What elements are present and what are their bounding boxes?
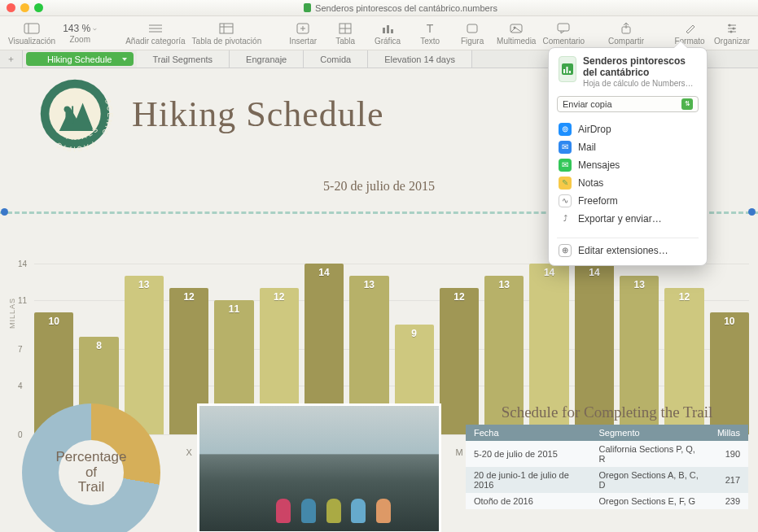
sheet-tab[interactable]: Comida	[304, 50, 368, 68]
svg-point-28	[730, 30, 733, 33]
sheet-tab[interactable]: Elevation 14 days	[368, 50, 472, 68]
svg-point-27	[733, 27, 735, 29]
y-axis-label: MILLAS	[8, 298, 16, 329]
pie-chart[interactable]: Percentage of Trail	[10, 403, 173, 532]
table-cell: California Sections P, Q, R	[591, 441, 709, 467]
edit-extensions-item[interactable]: ⊕ Editar extensiones…	[549, 242, 707, 265]
lower-row: Percentage of Trail Schedule for Complet…	[10, 403, 748, 532]
share-target-item[interactable]: ✉Mensajes	[549, 156, 707, 174]
share-label: Compartir	[608, 37, 644, 46]
numbers-doc-icon	[304, 3, 311, 12]
table-row[interactable]: Otoño de 2016Oregon Sections E, F, G239	[466, 493, 748, 509]
svg-rect-20	[558, 24, 569, 31]
selection-handle-left[interactable]	[1, 208, 8, 216]
add-category-button[interactable]: Añadir categoría	[125, 21, 185, 46]
popover-doc-title: Senderos pintorescos del cantábrico	[583, 56, 697, 79]
table-label: Tabla	[335, 37, 355, 46]
bar-value: 14	[575, 267, 614, 278]
table-header[interactable]: Millas	[709, 425, 748, 441]
share-target-item[interactable]: ∿Freeform	[549, 192, 707, 210]
share-target-item[interactable]: ✎Notas	[549, 174, 707, 192]
table-cell: 5-20 de julio de 2015	[466, 441, 591, 467]
sheet-tab[interactable]: Hiking Schedule	[26, 52, 134, 66]
close-window-button[interactable]	[7, 3, 15, 12]
bar-value: 12	[664, 291, 703, 303]
svg-rect-39	[569, 71, 571, 73]
table-header[interactable]: Segmento	[591, 425, 709, 441]
y-tick: 14	[18, 259, 27, 268]
share-icon	[620, 21, 633, 36]
svg-point-26	[729, 24, 731, 26]
media-icon	[510, 21, 523, 36]
table-header[interactable]: Fecha	[466, 425, 591, 441]
selection-handle-right[interactable]	[748, 208, 756, 216]
share-button[interactable]: Compartir	[608, 21, 644, 46]
format-icon	[683, 21, 696, 36]
svg-rect-15	[387, 25, 389, 33]
table-row[interactable]: 5-20 de julio de 2015California Sections…	[466, 441, 748, 467]
text-button[interactable]: T Texto	[412, 21, 448, 46]
shape-icon	[466, 21, 479, 36]
svg-rect-14	[383, 28, 385, 33]
chart-button[interactable]: Gráfica	[370, 21, 405, 46]
beach-photo[interactable]	[197, 403, 441, 532]
svg-rect-32	[65, 111, 69, 120]
bar-value: 12	[440, 291, 479, 303]
window-titlebar: Senderos pintorescos del cantábrico.numb…	[0, 0, 758, 16]
text-icon: T	[427, 21, 434, 36]
table-cell: 239	[709, 493, 748, 509]
share-target-label: Notas	[578, 177, 603, 189]
sheet-tab[interactable]: Trail Segments	[137, 50, 230, 68]
numbers-doc-icon	[559, 56, 576, 82]
bar-value: 8	[79, 340, 118, 351]
share-target-item[interactable]: ⤴Exportar y enviar…	[549, 210, 707, 228]
minimize-window-button[interactable]	[20, 3, 29, 12]
share-target-item[interactable]: ⊚AirDrop	[549, 120, 707, 138]
zoom-control[interactable]: 143 %⌵ Zoom	[62, 23, 98, 44]
pie-label: Percentage of Trail	[22, 403, 160, 532]
organize-icon	[725, 21, 738, 36]
edit-extensions-label: Editar extensiones…	[578, 245, 668, 256]
table-cell: Oregon Sections E, F, G	[591, 493, 709, 509]
view-button[interactable]: Visualización	[8, 21, 55, 46]
table-cell: 20 de junio-1 de julio de 2016	[466, 467, 591, 493]
pivot-table-button[interactable]: Tabla de pivotación	[192, 21, 262, 46]
notes-icon: ✎	[559, 177, 572, 190]
popover-header: Senderos pintorescos del cantábrico Hoja…	[549, 48, 707, 94]
schedule-table[interactable]: Schedule for Completing the Trail FechaS…	[466, 403, 748, 509]
add-sheet-button[interactable]: ＋	[0, 50, 23, 68]
pivot-table-icon	[219, 21, 234, 36]
trail-logo: SCENIC · PACIFIC TRAILS	[36, 75, 114, 153]
table-icon	[339, 21, 352, 36]
svg-rect-37	[563, 69, 565, 73]
share-mode-select[interactable]: Enviar copia ⇅	[557, 96, 699, 112]
popover-separator	[557, 238, 699, 238]
y-tick: 4	[18, 382, 23, 390]
bar-value: 14	[305, 267, 344, 278]
sheet-tab[interactable]: Engranaje	[230, 50, 304, 68]
bar-value: 14	[529, 267, 568, 278]
bar-value: 12	[169, 291, 208, 303]
freeform-icon: ∿	[559, 194, 572, 207]
bar-value: 13	[349, 279, 388, 290]
table-row[interactable]: 20 de junio-1 de julio de 2016Oregon Sec…	[466, 467, 748, 493]
media-button[interactable]: Multimedia	[497, 21, 536, 46]
messages-icon: ✉	[559, 159, 572, 172]
organize-button[interactable]: Organizar	[714, 21, 750, 46]
insert-icon	[296, 21, 309, 36]
fullscreen-window-button[interactable]	[34, 3, 43, 12]
share-target-label: Mensajes	[578, 159, 620, 171]
share-target-label: AirDrop	[578, 124, 611, 135]
bar-value: 13	[620, 279, 659, 290]
share-popover: Senderos pintorescos del cantábrico Hoja…	[548, 47, 708, 266]
table-button[interactable]: Tabla	[327, 21, 363, 46]
insert-button[interactable]: Insertar	[285, 21, 321, 46]
comment-button[interactable]: Comentario	[542, 21, 585, 46]
view-label: Visualización	[8, 37, 55, 46]
chevron-down-icon: ⌵	[93, 24, 97, 32]
shape-button[interactable]: Figura	[454, 21, 490, 46]
bar-value: 13	[125, 279, 164, 290]
share-target-item[interactable]: ✉Mail	[549, 138, 707, 156]
table-cell: Otoño de 2016	[466, 493, 591, 509]
share-target-label: Freeform	[578, 195, 618, 207]
